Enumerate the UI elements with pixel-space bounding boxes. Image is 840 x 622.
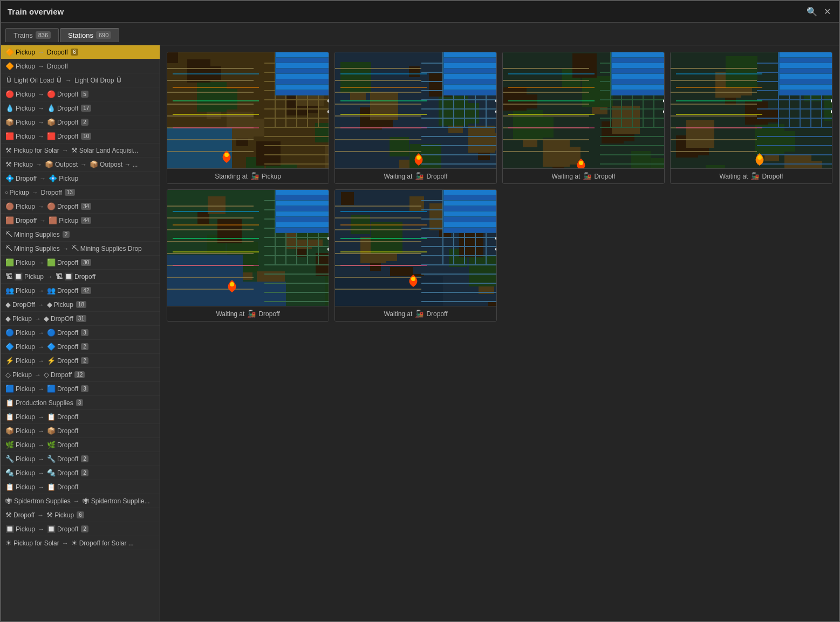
sidebar-item-23[interactable]: ◇ Pickup → ◇ Dropoff 12 — [1, 368, 160, 382]
tab-trains-label: Trains — [13, 31, 33, 39]
tab-stations-label: Stations — [68, 31, 93, 39]
window-title: Train overview — [8, 7, 64, 16]
sidebar-item-30[interactable]: 🔩 Pickup → 🔩 Dropoff 2 — [1, 466, 160, 480]
sidebar-item-26[interactable]: 📋 Pickup → 📋 Dropoff — [1, 410, 160, 424]
tab-bar: Trains 836 Stations 690 — [1, 23, 839, 45]
content-area: Standing at 🚂 Pickup Waiting at 🚂 Dropof… — [160, 45, 839, 621]
sidebar-item-14[interactable]: ⛏ Mining Supplies → ⛏ Mining Supplies Dr… — [1, 242, 160, 256]
sidebar-item-3[interactable]: 🔴 Pickup → 🔴 Dropoff 5 — [1, 87, 160, 101]
sidebar-item-1[interactable]: 🔶 Pickup → Dropoff — [1, 59, 160, 73]
sidebar-item-35[interactable]: ☀ Pickup for Solar → ☀ Dropoff for Solar… — [1, 536, 160, 550]
status-text-3: Waiting at — [719, 173, 748, 180]
train-status-2: Waiting at 🚂 Dropoff — [503, 168, 664, 183]
sidebar-item-33[interactable]: ⚒ Dropoff → ⚒ Pickup 6 — [1, 508, 160, 522]
sidebar-item-7[interactable]: ⚒ Pickup for Solar → ⚒ Solar Land Acquis… — [1, 143, 160, 158]
location-text-1: Dropoff — [426, 173, 447, 180]
sidebar-item-15[interactable]: 🟩 Pickup → 🟩 Dropoff 30 — [1, 256, 160, 270]
location-text-0: Pickup — [262, 173, 281, 180]
train-map-4 — [167, 190, 329, 306]
item-icon-0: 🔶 — [5, 48, 14, 56]
train-card-3[interactable]: Waiting at 🚂 Dropoff — [670, 52, 832, 184]
main-window: Train overview 🔍 ✕ Trains 836 Stations 6… — [0, 0, 840, 622]
sidebar-item-19[interactable]: ◆ Pickup → ◆ DropOff 31 — [1, 312, 160, 326]
sidebar-item-12[interactable]: 🟫 Dropoff → 🟫 Pickup 44 — [1, 214, 160, 228]
status-text-1: Waiting at — [384, 173, 412, 180]
sidebar-item-5[interactable]: 📦 Pickup → 📦 Dropoff 2 — [1, 115, 160, 129]
status-text-4: Waiting at — [216, 310, 244, 318]
train-status-3: Waiting at 🚂 Dropoff — [671, 168, 832, 183]
sidebar-item-11[interactable]: 🟤 Pickup → 🟤 Dropoff 34 — [1, 200, 160, 214]
train-map-5 — [335, 190, 496, 306]
train-status-5: Waiting at 🚂 Dropoff — [335, 306, 496, 321]
sidebar-item-4[interactable]: 💧 Pickup → 💧 Dropoff 17 — [1, 101, 160, 115]
sidebar-item-22[interactable]: ⚡ Pickup → ⚡ Dropoff 2 — [1, 354, 160, 368]
sidebar-item-21[interactable]: 🔷 Pickup → 🔷 Dropoff 2 — [1, 340, 160, 354]
tab-stations-badge: 690 — [96, 31, 111, 39]
train-card-5[interactable]: Waiting at 🚂 Dropoff — [334, 189, 497, 322]
search-icon[interactable]: 🔍 — [807, 6, 817, 17]
train-status-1: Waiting at 🚂 Dropoff — [335, 168, 496, 183]
train-map-3 — [671, 52, 832, 168]
item-label-0: Pickup — [16, 49, 35, 56]
train-map-0 — [167, 52, 329, 168]
location-text-3: Dropoff — [762, 173, 783, 180]
sidebar-item-10[interactable]: ▫ Pickup → Dropoff 13 — [1, 186, 160, 200]
sidebar-item-25[interactable]: 📋 Production Supplies 3 — [1, 396, 160, 410]
train-card-2[interactable]: Waiting at 🚂 Dropoff — [502, 52, 665, 184]
sidebar-item-0[interactable]: 🔶 Pickup → Dropoff 6 — [1, 45, 160, 59]
sidebar-item-17[interactable]: 👥 Pickup → 👥 Dropoff 42 — [1, 284, 160, 298]
sidebar-item-18[interactable]: ◆ DropOff → ◆ Pickup 18 — [1, 298, 160, 312]
sidebar-item-28[interactable]: 🌿 Pickup → 🌿 Dropoff — [1, 438, 160, 452]
sidebar-item-8[interactable]: ⚒ Pickup → 📦 Outpost → 📦 Outpost → ... — [1, 158, 160, 172]
sidebar-item-6[interactable]: 🟥 Pickup → 🟥 Dropoff 10 — [1, 129, 160, 143]
location-text-5: Dropoff — [426, 310, 447, 318]
main-content: 🔶 Pickup → Dropoff 6 🔶 Pickup → Dropoff … — [1, 45, 839, 621]
train-card-0[interactable]: Standing at 🚂 Pickup — [167, 52, 329, 184]
status-text-0: Standing at — [215, 173, 248, 180]
sidebar-item-16[interactable]: 🏗 🔲 Pickup → 🏗 🔲 Dropoff — [1, 270, 160, 284]
train-card-1[interactable]: Waiting at 🚂 Dropoff — [334, 52, 497, 184]
sidebar-item-29[interactable]: 🔧 Pickup → 🔧 Dropoff 2 — [1, 452, 160, 466]
item-label-2: Light Oil Load — [14, 77, 54, 84]
status-text-5: Waiting at — [384, 310, 412, 318]
sidebar-item-2[interactable]: 🛢 Light Oil Load 🛢 → Light Oil Drop 🛢 — [1, 73, 160, 87]
sidebar-item-31[interactable]: 📋 Pickup → 📋 Dropoff — [1, 480, 160, 494]
sidebar-item-24[interactable]: 🟦 Pickup → 🟦 Dropoff 3 — [1, 382, 160, 396]
location-text-4: Dropoff — [258, 310, 279, 318]
tab-trains[interactable]: Trains 836 — [5, 28, 59, 42]
location-text-2: Dropoff — [594, 173, 615, 180]
sidebar: 🔶 Pickup → Dropoff 6 🔶 Pickup → Dropoff … — [1, 45, 160, 621]
train-status-4: Waiting at 🚂 Dropoff — [167, 306, 329, 321]
item-badge-0: 6 — [71, 49, 78, 56]
tab-trains-badge: 836 — [36, 31, 51, 39]
train-card-4[interactable]: Waiting at 🚂 Dropoff — [167, 189, 329, 322]
close-icon[interactable]: ✕ — [822, 6, 832, 17]
sidebar-item-9[interactable]: 💠 Dropoff → 💠 Pickup — [1, 172, 160, 186]
train-status-0: Standing at 🚂 Pickup — [167, 168, 329, 183]
train-map-2 — [503, 52, 664, 168]
title-controls: 🔍 ✕ — [807, 6, 832, 17]
sidebar-item-32[interactable]: 🕷 Spidertron Supplies → 🕷 Spidertron Sup… — [1, 494, 160, 508]
sidebar-item-13[interactable]: ⛏ Mining Supplies 2 — [1, 228, 160, 242]
sidebar-item-34[interactable]: 🔲 Pickup → 🔲 Dropoff 2 — [1, 522, 160, 536]
title-bar: Train overview 🔍 ✕ — [1, 1, 839, 23]
tab-stations[interactable]: Stations 690 — [60, 28, 119, 42]
sidebar-item-20[interactable]: 🔵 Pickup → 🔵 Dropoff 3 — [1, 326, 160, 340]
status-text-2: Waiting at — [551, 173, 580, 180]
sidebar-item-27[interactable]: 📦 Pickup → 📦 Dropoff — [1, 424, 160, 438]
train-map-1 — [335, 52, 496, 168]
